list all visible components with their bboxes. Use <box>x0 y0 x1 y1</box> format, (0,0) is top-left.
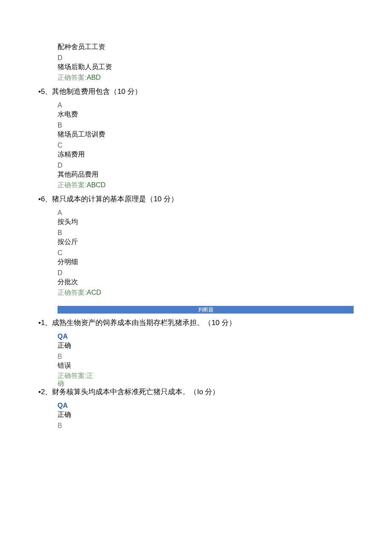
option-c-letter: C <box>58 142 354 149</box>
answer-value: ACD <box>86 289 101 296</box>
page-content: 配种舍员工工资 D 猪场后勤人员工资 正确答案:ABD •5、其他制造费用包含（… <box>0 0 392 456</box>
question-6-title: •6、猪只成本的计算的基本原理是（10 分） <box>38 194 354 204</box>
tf-question-2-title: •2、财务核算头均成本中含标准死亡猪只成本。（Io 分） <box>38 387 354 397</box>
option-c-text: 分明细 <box>58 258 354 267</box>
option-d-text: 其他药品费用 <box>58 170 354 179</box>
option-true-text: 正确 <box>58 341 354 350</box>
option-a-text: 按头均 <box>58 218 354 227</box>
option-c-text: 冻精费用 <box>58 150 354 159</box>
option-b-letter: B <box>58 122 354 129</box>
option-d-letter: D <box>58 162 354 169</box>
answer-line: 正确答案:ABD <box>58 73 354 82</box>
answer-line: 正确答案:正 确 <box>58 372 354 387</box>
answer-line: 正确答案:ABCD <box>58 181 354 190</box>
option-b-letter: B <box>58 422 354 430</box>
qa-label: QA <box>58 402 354 410</box>
answer-label: 正确答案: <box>58 289 86 296</box>
answer-label: 正确答案: <box>58 372 86 379</box>
answer-label: 正确答案: <box>58 181 86 189</box>
option-d-letter: D <box>58 54 354 62</box>
question-5-title: •5、其他制造费用包含（10 分） <box>38 87 354 96</box>
section-header-truefalse: 判断题 <box>58 306 354 314</box>
question-5-options: A 水电费 B 猪场员工培训费 C 冻精费用 D 其他药品费用 正确答案:ABC… <box>38 102 354 190</box>
tf-question-1-title: •1、成熟生物资产的饲养成本由当期存栏乳猪承担。（10 分） <box>38 318 354 328</box>
option-d-letter: D <box>58 269 354 277</box>
tf-question-1-options: QA 正确 B 错误 正确答案:正 确 <box>38 333 354 387</box>
answer-label: 正确答案: <box>58 74 86 81</box>
option-b-text: 猪场员工培训费 <box>58 130 354 139</box>
option-a-text: 水电费 <box>58 110 354 119</box>
question-6-options: A 按头均 B 按公斤 C 分明细 D 分批次 正确答案:ACD <box>38 209 354 297</box>
option-c-letter: C <box>58 249 354 257</box>
answer-value-part1: 正 <box>86 372 93 379</box>
answer-line: 正确答案:ACD <box>58 288 354 297</box>
tf-question-2-options: QA 正确 B <box>38 402 354 430</box>
qa-label: QA <box>58 333 354 340</box>
option-d-text: 猪场后勤人员工资 <box>58 63 354 72</box>
answer-value: ABD <box>86 74 101 81</box>
option-b-letter: B <box>58 229 354 237</box>
option-b-text: 按公斤 <box>58 238 354 247</box>
option-b-letter: B <box>58 353 354 360</box>
option-false-text: 错误 <box>58 361 354 370</box>
option-c-text: 配种舍员工工资 <box>58 43 354 52</box>
prev-question-tail: 配种舍员工工资 D 猪场后勤人员工资 正确答案:ABD <box>38 43 354 82</box>
option-d-text: 分批次 <box>58 278 354 287</box>
answer-value-part2: 确 <box>58 380 64 387</box>
option-a-letter: A <box>58 102 354 109</box>
option-true-text: 正确 <box>58 410 354 419</box>
answer-value: ABCD <box>86 181 105 189</box>
option-a-letter: A <box>58 209 354 217</box>
